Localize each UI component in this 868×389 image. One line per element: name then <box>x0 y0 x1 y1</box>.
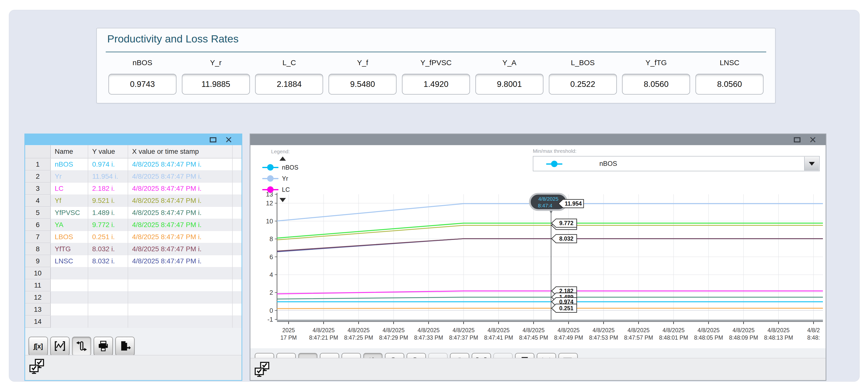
svg-text:4/8/2025: 4/8/2025 <box>733 327 755 333</box>
cell-y-value: 8.032 i. <box>88 243 128 255</box>
maximize-icon[interactable] <box>210 137 216 142</box>
trend-statusbar <box>250 358 826 380</box>
trend-plot[interactable]: 13121086420-1202517 PM4/8/20258:47:21 PM… <box>250 145 826 348</box>
cell-y-value: 0.251 i. <box>88 231 128 243</box>
field-value[interactable]: 1.4920 <box>402 74 470 94</box>
field-value[interactable]: 8.0560 <box>695 74 764 94</box>
table-row[interactable]: 13 <box>25 304 242 316</box>
value-fields: nBOS0.9743Y_r11.9885L_C2.1884Y_f9.5480Y_… <box>106 58 766 94</box>
svg-text:8:47:41 PM: 8:47:41 PM <box>484 334 513 341</box>
cell-filler <box>232 231 242 243</box>
legend-label: Legend: <box>271 148 290 155</box>
field-label: Y_fPVSC <box>421 58 452 67</box>
cell-y-value: 9.772 i. <box>88 219 128 231</box>
ruler-table-window: × NameY valueX value or time stamp1nBOS0… <box>24 134 242 381</box>
legend-item-LC[interactable]: LC <box>262 185 299 194</box>
field-value[interactable]: 9.8001 <box>475 74 544 94</box>
cell-timestamp: 4/8/2025 8:47:47 PM i. <box>128 231 232 243</box>
cell-timestamp <box>128 291 232 304</box>
table-export-data-button[interactable] <box>115 337 134 356</box>
svg-text:4/8/2025: 4/8/2025 <box>592 327 615 333</box>
table-row[interactable]: 2Yr11.954 i.4/8/2025 8:47:47 PM i. <box>25 171 242 183</box>
cell-y-value: 8.032 i. <box>88 255 128 267</box>
svg-text:8:48:: 8:48: <box>807 334 820 341</box>
cell-name <box>51 291 88 304</box>
svg-text:4/8/2025: 4/8/2025 <box>382 327 405 333</box>
table-statistics-button[interactable]: ∫[x] <box>29 337 48 356</box>
cell-name: LBOS <box>51 231 88 243</box>
legend-scroll-down-icon[interactable] <box>279 198 286 202</box>
trend-window: × 13121086420-1202517 PM4/8/20258:47:21 … <box>250 134 826 381</box>
svg-text:2: 2 <box>270 289 273 296</box>
table-row[interactable]: 7LBOS0.251 i.4/8/2025 8:47:47 PM i. <box>25 231 242 243</box>
table-row[interactable]: 1nBOS0.974 i.4/8/2025 8:47:47 PM i. <box>25 159 242 171</box>
svg-text:6: 6 <box>270 253 273 261</box>
field-Y_A: Y_A9.8001 <box>473 58 546 94</box>
minmax-selected-value: nBOS <box>599 160 617 168</box>
table-row[interactable]: 6YA9.772 i.4/8/2025 8:47:47 PM i. <box>25 219 242 231</box>
field-value[interactable]: 9.5480 <box>329 74 397 94</box>
table-print-button[interactable] <box>94 337 113 356</box>
column-header <box>232 145 242 159</box>
cell-y-value <box>88 267 128 279</box>
table-row[interactable]: 9LNSC8.032 i.4/8/2025 8:47:47 PM i. <box>25 255 242 267</box>
svg-text:8:47:29 PM: 8:47:29 PM <box>379 334 408 341</box>
cell-y-value: 2.182 i. <box>88 183 128 195</box>
svg-text:0: 0 <box>270 307 273 314</box>
svg-text:12: 12 <box>266 199 273 207</box>
cell-timestamp: 4/8/2025 8:47:47 PM i. <box>128 159 232 171</box>
field-value[interactable]: 8.0560 <box>622 74 690 94</box>
svg-text:8:47:53 PM: 8:47:53 PM <box>589 334 618 341</box>
cell-filler <box>232 219 242 231</box>
field-L_BOS: L_BOS0.2522 <box>546 58 620 94</box>
field-label: Y_A <box>502 58 516 67</box>
table-row[interactable]: 8YfTG8.032 i.4/8/2025 8:47:47 PM i. <box>25 243 242 255</box>
svg-text:8: 8 <box>270 235 273 243</box>
statistics-icon: ∫[x] <box>34 342 43 350</box>
legend-item-Yr[interactable]: Yr <box>262 174 299 183</box>
table-row[interactable]: 11 <box>25 279 242 291</box>
table-row[interactable]: 5YfPVSC1.489 i.4/8/2025 8:47:47 PM i. <box>25 207 242 219</box>
cell-filler <box>232 316 242 328</box>
field-value[interactable]: 2.1884 <box>255 74 323 94</box>
cell-y-value <box>88 291 128 304</box>
field-value[interactable]: 11.9885 <box>182 74 250 94</box>
cell-filler <box>232 255 242 267</box>
field-value[interactable]: 0.2522 <box>549 74 617 94</box>
row-number: 8 <box>25 243 51 255</box>
minmax-threshold-select[interactable]: nBOS <box>533 156 820 171</box>
productivity-panel: Productivity and Loss Rates nBOS0.9743Y_… <box>96 28 776 104</box>
table-row[interactable]: 14 <box>25 316 242 328</box>
connection-status-icon <box>29 358 45 376</box>
cell-y-value: 9.521 i. <box>88 195 128 207</box>
field-L_C: L_C2.1884 <box>253 58 326 94</box>
close-icon[interactable]: × <box>225 136 232 143</box>
panel-title: Productivity and Loss Rates <box>107 33 239 45</box>
cell-name: LC <box>51 183 88 195</box>
cell-filler <box>232 171 242 183</box>
svg-text:8:47:37 PM: 8:47:37 PM <box>449 334 478 341</box>
close-icon[interactable]: × <box>809 136 816 143</box>
table-select-time-range-button[interactable] <box>50 337 69 356</box>
table-row[interactable]: 3LC2.182 i.4/8/2025 8:47:47 PM i. <box>25 183 242 195</box>
table-row[interactable]: 10 <box>25 267 242 279</box>
cell-y-value: 1.489 i. <box>88 207 128 219</box>
row-number: 10 <box>25 267 51 279</box>
table-row[interactable]: 4Yf9.521 i.4/8/2025 8:47:47 PM i. <box>25 195 242 207</box>
cell-y-value <box>88 304 128 316</box>
dropdown-button[interactable] <box>804 157 819 171</box>
cell-filler <box>232 159 242 171</box>
svg-text:8:47:45 PM: 8:47:45 PM <box>519 334 548 341</box>
table-ruler-button[interactable] <box>72 337 91 356</box>
legend-item-nBOS[interactable]: nBOS <box>262 163 299 172</box>
svg-text:8:48:05 PM: 8:48:05 PM <box>694 334 723 341</box>
maximize-icon[interactable] <box>794 137 801 142</box>
svg-text:4/8/2025: 4/8/2025 <box>312 327 335 333</box>
table-window-titlebar: × <box>25 134 242 145</box>
row-number: 5 <box>25 207 51 219</box>
table-row[interactable]: 12 <box>25 291 242 304</box>
legend-scroll-up-icon[interactable] <box>279 157 286 161</box>
row-number: 4 <box>25 195 51 207</box>
field-value[interactable]: 0.9743 <box>108 74 177 94</box>
column-header: Y value <box>88 145 128 159</box>
